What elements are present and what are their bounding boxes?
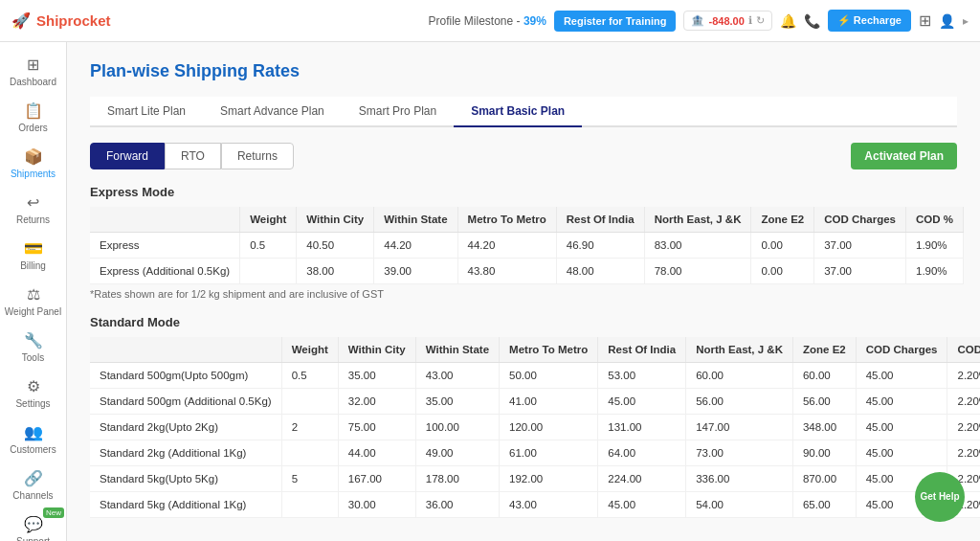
mode-tab-rto[interactable]: RTO bbox=[165, 143, 221, 169]
cell-north-east: 78.00 bbox=[644, 259, 751, 284]
sidebar-label-billing: Billing bbox=[20, 260, 46, 272]
user-icon[interactable]: 👤 bbox=[939, 13, 955, 29]
orders-icon: 📋 bbox=[24, 101, 43, 120]
cell-within-city: 75.00 bbox=[338, 415, 415, 440]
sidebar-item-tools[interactable]: 🔧 Tools bbox=[0, 326, 66, 370]
table-row: Standard 2kg(Upto 2Kg) 2 75.00 100.00 12… bbox=[90, 415, 980, 440]
profile-milestone-label: Profile Milestone - 39% bbox=[428, 14, 546, 28]
cell-rest-india: 53.00 bbox=[598, 363, 686, 389]
sidebar-label-dashboard: Dashboard bbox=[10, 77, 56, 88]
cell-name: Standard 5kg(Upto 5Kg) bbox=[90, 466, 281, 492]
top-nav-right: Profile Milestone - 39% Register for Tra… bbox=[428, 10, 969, 32]
cell-weight: 2 bbox=[281, 415, 338, 440]
cell-cod-charges: 45.00 bbox=[856, 389, 947, 415]
col-rest-india: Rest Of India bbox=[598, 337, 686, 363]
sidebar: ⊞ Dashboard 📋 Orders 📦 Shipments ↩ Retur… bbox=[0, 42, 67, 541]
cell-cod-pct: 1.90% bbox=[905, 233, 963, 259]
sidebar-item-orders[interactable]: 📋 Orders bbox=[0, 96, 66, 140]
cell-north-east: 336.00 bbox=[686, 466, 793, 492]
returns-icon: ↩ bbox=[27, 193, 39, 212]
sidebar-label-customers: Customers bbox=[10, 444, 56, 456]
cell-cod-pct: 2.20% bbox=[947, 389, 980, 415]
sidebar-item-weight-panel[interactable]: ⚖ Weight Panel bbox=[0, 280, 66, 324]
tab-smart-basic[interactable]: Smart Basic Plan bbox=[454, 97, 582, 127]
mode-tabs: Forward RTO Returns bbox=[90, 143, 294, 169]
cell-rest-india: 45.00 bbox=[598, 492, 686, 518]
col-north-east: North East, J &K bbox=[686, 337, 793, 363]
cell-cod-pct: 2.20% bbox=[947, 440, 980, 466]
tools-icon: 🔧 bbox=[24, 331, 43, 349]
tab-smart-lite[interactable]: Smart Lite Plan bbox=[90, 97, 203, 127]
cell-cod-charges: 45.00 bbox=[856, 363, 947, 389]
sidebar-label-tools: Tools bbox=[22, 352, 44, 364]
cell-name: Standard 500gm(Upto 500gm) bbox=[90, 363, 281, 389]
tab-smart-pro[interactable]: Smart Pro Plan bbox=[342, 97, 454, 127]
weight-panel-icon: ⚖ bbox=[27, 285, 40, 304]
refresh-icon[interactable]: ↻ bbox=[756, 14, 765, 27]
shipments-icon: 📦 bbox=[24, 147, 43, 166]
col-cod-pct: COD % bbox=[947, 337, 980, 363]
recharge-button[interactable]: ⚡ Recharge bbox=[828, 10, 911, 32]
activated-plan-button[interactable]: Activated Plan bbox=[851, 143, 957, 169]
cell-name: Standard 2kg (Additional 1Kg) bbox=[90, 440, 281, 466]
sidebar-item-dashboard[interactable]: ⊞ Dashboard bbox=[0, 50, 66, 94]
cell-within-state: 39.00 bbox=[374, 259, 457, 284]
col-weight: Weight bbox=[240, 207, 297, 233]
bell-icon[interactable]: 🔔 bbox=[780, 13, 796, 29]
table-row: Express 0.5 40.50 44.20 44.20 46.90 83.0… bbox=[90, 233, 963, 259]
cell-rest-india: 48.00 bbox=[556, 259, 644, 284]
phone-icon[interactable]: 📞 bbox=[804, 13, 820, 29]
col-cod-charges: COD Charges bbox=[814, 207, 906, 233]
mode-tab-forward[interactable]: Forward bbox=[90, 143, 165, 169]
top-nav: 🚀 Shiprocket Profile Milestone - 39% Reg… bbox=[0, 0, 980, 42]
tab-smart-advance[interactable]: Smart Advance Plan bbox=[203, 97, 342, 127]
cell-metro: 43.80 bbox=[457, 259, 556, 284]
col-zone-e2: Zone E2 bbox=[792, 337, 856, 363]
sidebar-item-settings[interactable]: ⚙ Settings bbox=[0, 372, 66, 416]
grid-icon[interactable]: ⊞ bbox=[919, 11, 931, 30]
more-icon[interactable]: ▸ bbox=[963, 14, 969, 28]
billing-icon: 💳 bbox=[24, 239, 43, 258]
cell-north-east: 54.00 bbox=[686, 492, 793, 518]
cell-weight: 0.5 bbox=[281, 363, 338, 389]
cell-north-east: 147.00 bbox=[686, 415, 793, 440]
standard-rate-table: Weight Within City Within State Metro To… bbox=[90, 337, 980, 518]
sidebar-item-customers[interactable]: 👥 Customers bbox=[0, 417, 66, 462]
dashboard-icon: ⊞ bbox=[27, 56, 39, 74]
cell-north-east: 56.00 bbox=[686, 389, 793, 415]
register-training-button[interactable]: Register for Training bbox=[554, 11, 677, 32]
wallet-balance-box: 🏦 -848.00 ℹ ↻ bbox=[683, 11, 771, 31]
sidebar-item-shipments[interactable]: 📦 Shipments bbox=[0, 142, 66, 186]
get-help-button[interactable]: Get Help bbox=[915, 472, 965, 522]
col-within-city: Within City bbox=[297, 207, 374, 233]
cell-zone-e2: 56.00 bbox=[792, 389, 856, 415]
col-north-east: North East, J &K bbox=[644, 207, 751, 233]
cell-within-state: 49.00 bbox=[415, 440, 499, 466]
sidebar-item-billing[interactable]: 💳 Billing bbox=[0, 234, 66, 278]
sidebar-item-channels[interactable]: 🔗 Channels bbox=[0, 463, 66, 507]
table-row: Standard 5kg (Additional 1Kg) 30.00 36.0… bbox=[90, 492, 980, 518]
cell-north-east: 60.00 bbox=[686, 363, 793, 389]
cell-name: Express (Additional 0.5Kg) bbox=[90, 259, 240, 284]
col-cod-pct: COD % bbox=[905, 207, 963, 233]
main-content: Plan-wise Shipping Rates Smart Lite Plan… bbox=[67, 42, 980, 541]
cell-within-city: 44.00 bbox=[338, 440, 415, 466]
sidebar-item-returns[interactable]: ↩ Returns bbox=[0, 188, 66, 232]
sidebar-label-settings: Settings bbox=[15, 398, 50, 410]
cell-weight: 0.5 bbox=[240, 233, 297, 259]
mode-tab-returns[interactable]: Returns bbox=[221, 143, 294, 169]
table-row: Standard 500gm (Additional 0.5Kg) 32.00 … bbox=[90, 389, 980, 415]
cell-within-state: 43.00 bbox=[415, 363, 499, 389]
cell-weight bbox=[281, 492, 338, 518]
cell-cod-pct: 1.90% bbox=[905, 259, 963, 284]
channels-icon: 🔗 bbox=[24, 469, 43, 487]
sidebar-label-returns: Returns bbox=[16, 214, 50, 226]
cell-within-state: 35.00 bbox=[415, 389, 499, 415]
table-row: Standard 2kg (Additional 1Kg) 44.00 49.0… bbox=[90, 440, 980, 466]
customers-icon: 👥 bbox=[24, 423, 43, 441]
cell-cod-charges: 37.00 bbox=[814, 259, 906, 284]
cell-within-city: 38.00 bbox=[297, 259, 374, 284]
wallet-icon: 🏦 bbox=[691, 14, 704, 27]
cell-zone-e2: 65.00 bbox=[792, 492, 856, 518]
logo-icon: 🚀 bbox=[11, 11, 31, 30]
